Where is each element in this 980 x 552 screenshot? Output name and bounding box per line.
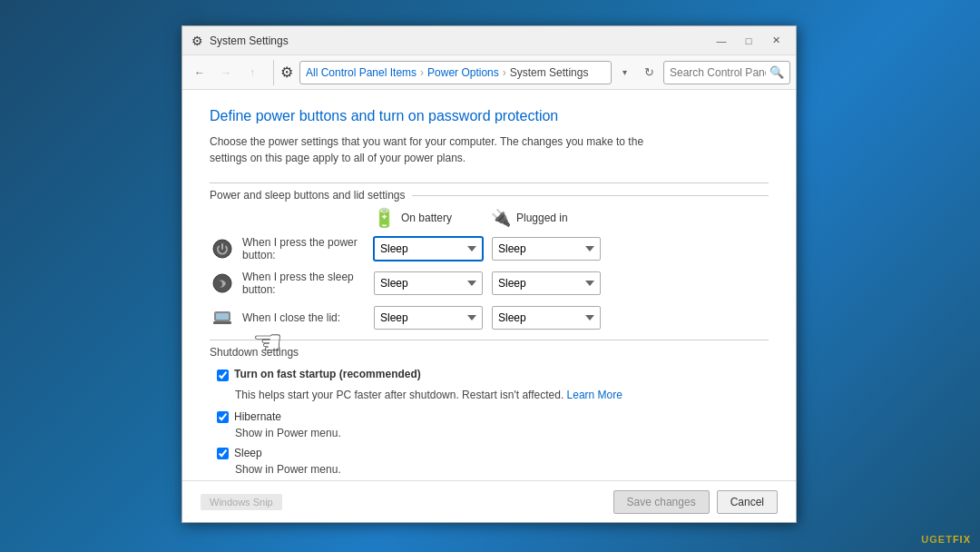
svg-rect-4	[213, 321, 231, 324]
power-button-battery-select[interactable]: Sleep Do nothing Hibernate Shut down Tur…	[374, 237, 483, 261]
battery-icon: 🔋	[373, 207, 396, 229]
power-button-dropdowns: Sleep Do nothing Hibernate Shut down Tur…	[374, 237, 610, 261]
power-button-label: When I press the power button:	[242, 236, 374, 261]
sleep-button-pluggedin-select[interactable]: Sleep Do nothing Hibernate Shut down	[492, 271, 601, 295]
minimize-button[interactable]: —	[709, 31, 734, 51]
on-battery-header: 🔋 On battery	[373, 207, 491, 229]
fast-startup-label: Turn on fast startup (recommended)	[234, 368, 421, 380]
search-input[interactable]	[670, 66, 766, 79]
svg-rect-3	[216, 313, 229, 320]
watermark-fix: FIX	[953, 534, 971, 545]
sleep-button-battery-select[interactable]: Sleep Do nothing Hibernate Shut down	[374, 271, 483, 295]
title-bar: ⚙ System Settings — □ ✕	[182, 26, 796, 55]
address-dropdown-button[interactable]: ▾	[614, 62, 634, 84]
hibernate-label: Hibernate	[234, 410, 281, 423]
power-button-icon	[210, 236, 235, 261]
maximize-button[interactable]: □	[736, 31, 761, 51]
hibernate-desc: Show in Power menu.	[210, 427, 769, 439]
fast-startup-checkbox[interactable]	[217, 370, 229, 381]
page-description: Choose the power settings that you want …	[210, 133, 645, 166]
sleep-checkbox[interactable]	[217, 448, 229, 459]
section-header-power-sleep: Power and sleep buttons and lid settings	[210, 183, 769, 207]
lid-pluggedin-select[interactable]: Sleep Do nothing Hibernate Shut down	[492, 306, 601, 330]
shutdown-section: Shutdown settings Turn on fast startup (…	[210, 340, 769, 480]
sleep-label: Sleep	[234, 447, 262, 459]
title-bar-buttons: — □ ✕	[709, 31, 789, 51]
fast-startup-row: Turn on fast startup (recommended)	[210, 368, 769, 381]
system-settings-window: ⚙ System Settings — □ ✕ ← → ↑ ⚙ All Cont…	[181, 25, 797, 523]
save-changes-button[interactable]: Save changes	[613, 490, 710, 514]
cancel-button[interactable]: Cancel	[717, 490, 778, 514]
power-button-row: When I press the power button: Sleep Do …	[210, 236, 769, 261]
learn-more-link[interactable]: Learn More	[567, 389, 622, 401]
column-headers: 🔋 On battery 🔌 Plugged in	[373, 207, 769, 229]
shutdown-header: Shutdown settings	[210, 346, 769, 359]
on-battery-label: On battery	[401, 212, 452, 224]
sleep-button-icon	[210, 271, 235, 296]
watermark-get: GET	[929, 534, 953, 545]
hibernate-checkbox[interactable]	[217, 411, 229, 423]
back-button[interactable]: ←	[188, 61, 211, 84]
sleep-button-row: When I press the sleep button: Sleep Do …	[210, 271, 769, 296]
watermark: UGETFIX	[921, 534, 971, 545]
search-box: 🔍	[663, 61, 790, 84]
plug-icon: 🔌	[491, 208, 511, 228]
lid-dropdowns: Sleep Do nothing Hibernate Shut down Sle…	[374, 306, 610, 330]
navigation-bar: ← → ↑ ⚙ All Control Panel Items › Power …	[182, 55, 796, 90]
lid-icon	[210, 305, 235, 330]
up-button: ↑	[240, 61, 264, 84]
lid-battery-select[interactable]: Sleep Do nothing Hibernate Shut down	[374, 306, 483, 330]
address-bar: All Control Panel Items › Power Options …	[299, 61, 612, 84]
lid-label: When I close the lid:	[242, 311, 374, 324]
breadcrumb-power-options[interactable]: Power Options	[427, 66, 499, 79]
window-title: System Settings	[210, 34, 709, 47]
sleep-desc: Show in Power menu.	[210, 463, 769, 476]
window-icon: ⚙	[190, 34, 204, 48]
sleep-row: Sleep	[210, 447, 769, 459]
footer-bar: Windows Snip Save changes Cancel	[182, 480, 796, 522]
page-title: Define power buttons and turn on passwor…	[210, 108, 769, 124]
watermark-u: U	[921, 534, 929, 545]
sleep-button-label: When I press the sleep button:	[242, 271, 374, 296]
breadcrumb-control-panel[interactable]: All Control Panel Items	[306, 66, 416, 79]
search-icon: 🔍	[769, 65, 784, 79]
windows-snip-label: Windows Snip	[201, 494, 282, 510]
fast-startup-desc: This helps start your PC faster after sh…	[210, 387, 769, 403]
lid-row: When I close the lid: Sleep Do nothing H…	[210, 305, 769, 330]
power-sleep-section: Power and sleep buttons and lid settings…	[210, 182, 769, 330]
plugged-in-label: Plugged in	[516, 212, 568, 224]
forward-button: →	[214, 61, 238, 84]
hibernate-row: Hibernate	[210, 410, 769, 423]
sleep-button-dropdowns: Sleep Do nothing Hibernate Shut down Sle…	[374, 271, 610, 295]
content-area: Define power buttons and turn on passwor…	[182, 90, 796, 480]
plugged-in-header: 🔌 Plugged in	[491, 208, 609, 228]
refresh-button[interactable]: ↻	[637, 61, 661, 84]
breadcrumb-current: System Settings	[510, 66, 589, 79]
power-button-pluggedin-select[interactable]: Sleep Do nothing Hibernate Shut down Tur…	[492, 237, 601, 261]
close-button[interactable]: ✕	[763, 31, 789, 51]
